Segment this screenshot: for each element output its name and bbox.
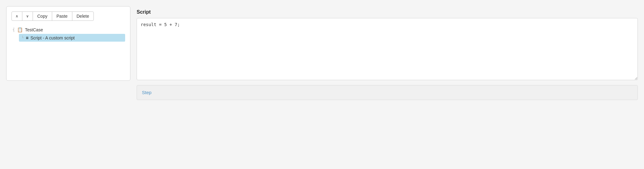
tree-row-child[interactable]: └ ≡ Script - A custom script (19, 34, 125, 42)
move-up-button[interactable]: ∧ (11, 11, 22, 21)
tree-structure: ⎨ 📋 TestCase └ ≡ Script - A custom scrip… (11, 26, 125, 42)
tree-connector-root: ⎨ (13, 28, 15, 32)
step-link[interactable]: Step (142, 90, 152, 95)
script-icon: ≡ (26, 35, 29, 40)
move-down-button[interactable]: ∨ (22, 11, 33, 21)
step-section: Step (137, 85, 638, 100)
script-section-title: Script (137, 9, 638, 15)
left-panel: ∧ ∨ Copy Paste Delete ⎨ 📋 TestCase └ ≡ S… (6, 6, 130, 81)
testcase-label: TestCase (25, 27, 43, 32)
testcase-icon: 📋 (17, 27, 23, 33)
script-textarea[interactable] (137, 18, 638, 80)
tree-connector-child: └ (21, 36, 23, 40)
paste-button[interactable]: Paste (52, 11, 72, 21)
right-panel: Script Step (137, 6, 638, 103)
copy-button[interactable]: Copy (33, 11, 52, 21)
toolbar: ∧ ∨ Copy Paste Delete (11, 11, 125, 21)
delete-button[interactable]: Delete (72, 11, 94, 21)
tree-row-root[interactable]: ⎨ 📋 TestCase (11, 26, 125, 34)
script-label: Script - A custom script (30, 35, 75, 40)
